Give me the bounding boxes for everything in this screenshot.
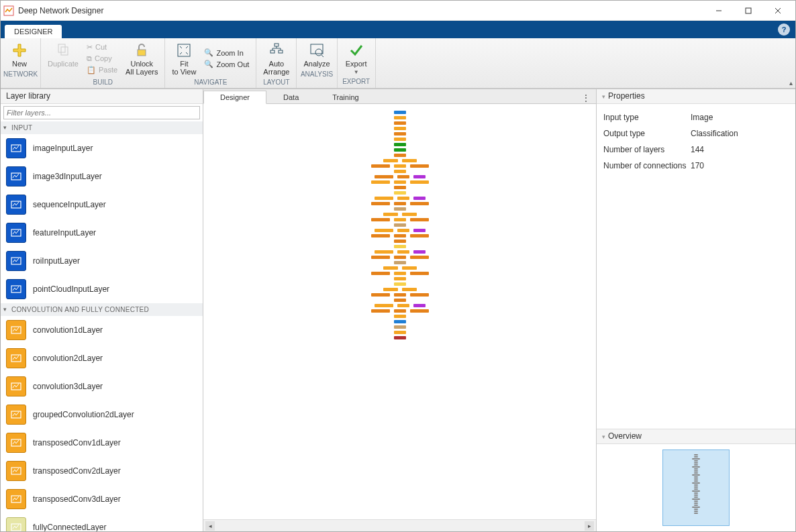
network-block[interactable] [394,143,406,146]
network-block[interactable] [394,127,406,130]
network-block[interactable] [394,164,406,168]
unlock-button[interactable]: Unlock All Layers [121,40,162,77]
network-block[interactable] [394,240,406,243]
network-block[interactable] [394,186,406,189]
auto-arrange-button[interactable]: Auto Arrange [259,40,293,77]
network-block[interactable] [394,234,406,237]
layer-item[interactable]: convolution3dLayer [1,372,203,401]
layer-item[interactable]: image3dInputLayer [1,162,203,191]
network-block[interactable] [371,234,390,237]
network-block[interactable] [371,256,390,259]
tab-canvas-designer[interactable]: Designer [203,91,266,104]
network-block[interactable] [413,304,426,307]
network-block[interactable] [394,121,406,125]
network-block[interactable] [394,331,406,334]
network-block[interactable] [371,164,390,168]
network-block[interactable] [413,175,426,178]
network-block[interactable] [413,250,426,254]
canvas-hscroll[interactable]: ◂ ▸ [203,519,596,531]
network-block[interactable] [394,207,406,211]
network-block[interactable] [394,315,406,318]
layer-item[interactable]: transposedConv3dLayer [1,485,203,513]
network-block[interactable] [394,277,406,280]
network-block[interactable] [397,197,409,200]
layer-item[interactable]: roiInputLayer [1,247,203,275]
network-block[interactable] [410,180,429,184]
network-block[interactable] [394,132,406,136]
layer-item[interactable]: fullyConnectedLayer [1,513,203,531]
network-block[interactable] [413,197,426,200]
layer-item[interactable]: sequenceInputLayer [1,191,203,219]
fit-to-view-button[interactable]: Fit to View [168,40,200,77]
export-button[interactable]: Export ▼ [340,40,372,76]
network-block[interactable] [383,213,398,216]
network-block[interactable] [375,229,393,232]
network-block[interactable] [394,256,406,259]
category-conv[interactable]: CONVOLUTION AND FULLY CONNECTED [1,303,203,316]
tab-designer[interactable]: DESIGNER [5,25,62,38]
layer-item[interactable]: pointCloudInputLayer [1,275,203,303]
network-block[interactable] [394,191,406,195]
minimize-button[interactable] [704,1,734,20]
network-block[interactable] [371,293,390,297]
network-block[interactable] [383,288,398,291]
tab-canvas-data[interactable]: Data [266,91,315,103]
tab-canvas-training[interactable]: Training [315,91,375,103]
network-block[interactable] [371,218,390,221]
network-block[interactable] [371,202,390,205]
network-block[interactable] [394,180,406,184]
network-block[interactable] [394,272,406,275]
network-block[interactable] [410,293,429,297]
layer-list[interactable]: INPUT imageInputLayerimage3dInputLayerse… [1,121,203,531]
overview-viewport[interactable] [662,449,730,526]
network-block[interactable] [394,299,406,302]
network-block[interactable] [402,213,417,216]
network-block[interactable] [410,272,429,275]
layer-item[interactable]: transposedConv2dLayer [1,457,203,485]
canvas-menu-button[interactable]: ⋮ [576,93,596,103]
network-block[interactable] [371,309,390,313]
network-block[interactable] [402,159,417,162]
network-block[interactable] [397,250,409,254]
network-block[interactable] [375,175,393,178]
close-button[interactable] [763,1,793,20]
network-block[interactable] [394,320,406,323]
network-block[interactable] [410,309,429,313]
network-canvas[interactable] [203,104,596,519]
new-button[interactable]: New [3,40,36,69]
network-block[interactable] [394,148,406,152]
network-block[interactable] [394,293,406,297]
network-block[interactable] [383,159,398,162]
layer-item[interactable]: convolution1dLayer [1,316,203,344]
network-block[interactable] [410,256,429,259]
network-block[interactable] [394,325,406,329]
network-block[interactable] [394,245,406,248]
network-block[interactable] [402,266,417,270]
network-block[interactable] [375,304,393,307]
layer-item[interactable]: convolution2dLayer [1,344,203,372]
filter-layers-input[interactable] [3,106,200,119]
analyze-button[interactable]: Analyze [299,40,334,69]
layer-item[interactable]: imageInputLayer [1,134,203,162]
network-block[interactable] [371,272,390,275]
network-block[interactable] [394,218,406,221]
maximize-button[interactable] [734,1,763,20]
network-block[interactable] [394,282,406,286]
layer-item[interactable]: transposedConv1dLayer [1,429,203,457]
network-block[interactable] [413,229,426,232]
layer-item[interactable]: featureInputLayer [1,219,203,247]
collapse-ribbon-button[interactable]: ▴ [789,79,793,87]
properties-title[interactable]: Properties [597,89,795,104]
network-block[interactable] [410,202,429,205]
network-block[interactable] [394,202,406,205]
network-block[interactable] [410,164,429,168]
network-block[interactable] [410,218,429,221]
network-block[interactable] [394,170,406,173]
network-block[interactable] [394,261,406,264]
scroll-right-button[interactable]: ▸ [585,521,594,531]
network-block[interactable] [394,111,406,114]
network-block[interactable] [394,116,406,119]
network-block[interactable] [397,229,409,232]
network-block[interactable] [375,197,393,200]
network-block[interactable] [394,336,406,339]
